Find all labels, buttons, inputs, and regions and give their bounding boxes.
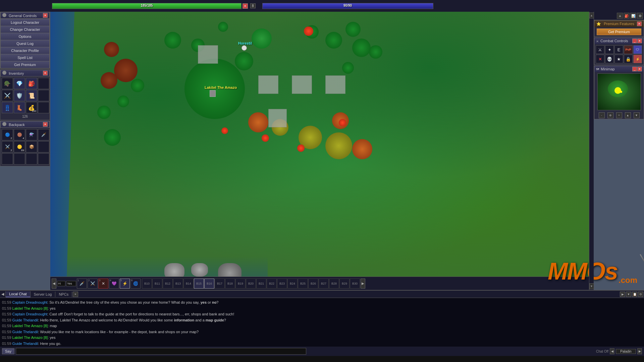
combat-close[interactable]: ✕	[637, 39, 642, 43]
action-text-yes[interactable]: Yes	[66, 281, 76, 286]
b16-slot[interactable]: B16	[204, 279, 214, 289]
combat-btn-atk[interactable]: ⚔	[596, 45, 604, 54]
change-character-btn[interactable]: Change Character	[0, 26, 50, 33]
character-profile-btn[interactable]: Character Profile	[0, 47, 50, 54]
bp-slot-6[interactable]: 🟡69	[14, 141, 25, 153]
chat-tab-arrow-left[interactable]: ◀	[0, 291, 6, 297]
b14-slot[interactable]: B14	[183, 279, 194, 289]
minimap-up[interactable]: ▲	[625, 112, 631, 118]
b19-slot[interactable]: B19	[235, 279, 246, 289]
action-bar-left[interactable]: ◀	[52, 279, 56, 289]
b13-slot[interactable]: B13	[173, 279, 183, 289]
action-slot-2[interactable]: 2 ⚔️	[88, 279, 98, 289]
action-slot-3[interactable]: 3 ✕	[98, 279, 108, 289]
b20-slot[interactable]: B20	[246, 279, 256, 289]
bp-slot-3[interactable]: ⚗️	[26, 129, 37, 140]
combat-btn-e[interactable]: E	[614, 45, 623, 54]
b17-slot[interactable]: B17	[215, 279, 225, 289]
b25-slot[interactable]: B25	[298, 279, 308, 289]
b30-slot[interactable]: B30	[350, 279, 360, 289]
ring-slot[interactable]: 💰 100	[26, 102, 37, 113]
shield-slot[interactable]: 📜	[26, 90, 37, 101]
chat-tab-close[interactable]: ✕	[73, 292, 78, 297]
bp-slot-4[interactable]: 🗡️	[38, 129, 49, 140]
bp-slot-9[interactable]	[2, 153, 13, 165]
b27-slot[interactable]: B27	[319, 279, 329, 289]
b11-slot[interactable]: B11	[152, 279, 162, 289]
action-slot-5[interactable]: 5 ⚡	[120, 279, 130, 289]
b23-slot[interactable]: B23	[277, 279, 287, 289]
combat-collapse[interactable]: _	[632, 39, 637, 43]
minimap-zoom-out[interactable]: -	[599, 112, 605, 118]
game-map[interactable]: Horestil Lakitel The Amazo	[50, 12, 594, 290]
bp-slot-11[interactable]	[26, 153, 37, 165]
minimap-close[interactable]: ✕	[637, 67, 642, 71]
channel-prev-btn[interactable]: ◀	[610, 348, 614, 354]
bp-slot-1[interactable]: 🔵2	[2, 129, 13, 140]
b12-slot[interactable]: B12	[163, 279, 173, 289]
options-btn[interactable]: Options	[0, 33, 50, 40]
get-premium-left-btn[interactable]: Get Premium	[0, 61, 50, 68]
get-premium-btn[interactable]: Get Premium	[597, 28, 641, 35]
b24-slot[interactable]: B24	[287, 279, 298, 289]
bp-slot-8[interactable]	[38, 141, 49, 153]
minimap-display[interactable]	[597, 73, 641, 110]
general-controls-close[interactable]: ✕	[43, 13, 48, 18]
amulet-slot[interactable]: 💎	[14, 78, 25, 89]
b29-slot[interactable]: B29	[339, 279, 350, 289]
chat-input[interactable]	[16, 348, 306, 355]
top-icon-3[interactable]: 📊	[630, 13, 636, 19]
b26-slot[interactable]: B26	[308, 279, 318, 289]
b21-slot[interactable]: B21	[256, 279, 266, 289]
combat-btn-5[interactable]: 🛡	[633, 45, 642, 54]
b28-slot[interactable]: B28	[329, 279, 339, 289]
combat-btn-mag[interactable]: ✦	[605, 45, 614, 54]
minimap-collapse[interactable]: _	[632, 67, 637, 71]
minimap-down[interactable]: ▼	[634, 112, 640, 118]
combat-btn-star[interactable]: ★	[614, 55, 623, 63]
boots-slot[interactable]: 👢	[14, 102, 25, 113]
chat-nav-2[interactable]: ▼	[626, 292, 631, 297]
chat-tab-npcs[interactable]: NPCs	[55, 292, 72, 297]
bp-slot-5[interactable]: ⚔️2	[2, 141, 13, 153]
top-icon-1[interactable]: ⚔	[617, 13, 623, 19]
combat-btn-cross[interactable]: ✕	[596, 55, 604, 63]
top-icon-2[interactable]: 🎒	[624, 13, 630, 19]
container-slot[interactable]: 🎒	[26, 78, 37, 89]
bp-slot-12[interactable]	[38, 153, 49, 165]
extra-slot[interactable]	[38, 90, 49, 101]
combat-btn-pvp[interactable]: PvP	[624, 45, 633, 54]
b10-slot[interactable]: B10	[142, 279, 152, 289]
ammo-slot[interactable]	[38, 102, 49, 113]
head-slot[interactable]: 🪖	[2, 78, 13, 89]
top-icon-4[interactable]: ⚙	[637, 13, 643, 19]
game-area[interactable]: Horestil Lakitel The Amazo	[50, 12, 594, 290]
scroll-up[interactable]: ▲	[589, 12, 594, 18]
quest-log-btn[interactable]: Quest Log	[0, 40, 50, 47]
chat-tab-local[interactable]: Local Chat	[6, 291, 31, 297]
bp-slot-7[interactable]: 📦	[26, 141, 37, 153]
channel-next-btn[interactable]: ▶	[637, 348, 642, 354]
say-button[interactable]: Say	[2, 348, 14, 354]
bp-slot-2[interactable]: 🟤4	[14, 129, 25, 140]
bp-slot-10[interactable]	[14, 153, 25, 165]
inventory-close[interactable]: ✕	[43, 71, 48, 75]
chat-nav-3[interactable]: 📋	[632, 292, 637, 297]
b15-slot[interactable]: B15	[194, 279, 204, 289]
hp-bar-close[interactable]: ✕	[243, 3, 248, 9]
action-slot-4[interactable]: 4 💜	[109, 279, 119, 289]
b22-slot[interactable]: B22	[267, 279, 277, 289]
chat-nav-1[interactable]: ▶	[620, 292, 625, 297]
body-slot[interactable]: 🛡️	[14, 90, 25, 101]
minimap-center[interactable]: ⊕	[607, 112, 613, 118]
spell-list-btn[interactable]: Spell List	[0, 54, 50, 61]
combat-btn-10[interactable]: ⚡	[633, 55, 642, 63]
action-slot-6[interactable]: 6 🌀	[130, 279, 141, 289]
logout-btn[interactable]: Logout Character	[0, 19, 50, 26]
action-bar-right[interactable]: ▶	[361, 279, 365, 289]
bag-slot[interactable]	[38, 78, 49, 89]
combat-btn-lock[interactable]: 🔒	[624, 55, 633, 63]
chat-tab-server[interactable]: Server Log	[31, 292, 56, 297]
legs-slot[interactable]: 👖	[2, 102, 13, 113]
minimap-zoom-in[interactable]: +	[616, 112, 622, 118]
